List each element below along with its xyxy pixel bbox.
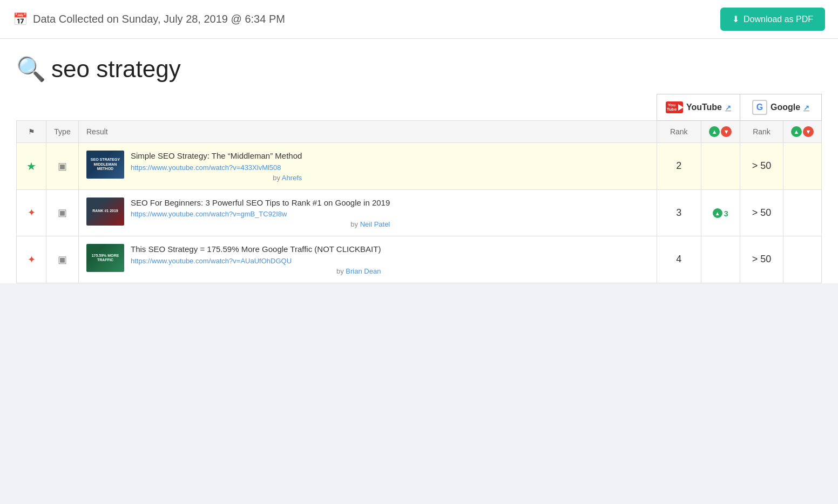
- yt-rank-cell: 3: [657, 189, 701, 236]
- download-pdf-button[interactable]: ⬇ Download as PDF: [720, 8, 825, 31]
- google-platform-header: G Google ↗: [740, 94, 822, 121]
- flag-icon: ⚑: [28, 127, 35, 136]
- result-author: by Neil Patel: [131, 220, 390, 228]
- result-title: Simple SEO Strategy: The “Middleman” Met…: [131, 151, 302, 161]
- author-link[interactable]: Neil Patel: [360, 220, 390, 228]
- result-info: Simple SEO Strategy: The “Middleman” Met…: [131, 151, 302, 182]
- rank-change-badge: ▲ 3: [713, 208, 728, 218]
- table-row: ★ ▣ SEO STRATEGY MIDDLEMAN METHOD Simple…: [17, 143, 822, 190]
- result-author: by Brian Dean: [131, 267, 381, 275]
- col-yt-change: ▲ ▼: [701, 121, 740, 143]
- download-icon: ⬇: [732, 14, 739, 24]
- result-cell: SEO STRATEGY MIDDLEMAN METHOD Simple SEO…: [79, 143, 657, 190]
- flag-cell: ★: [17, 143, 46, 190]
- table-row: ✦ ▣ 175.59% MORE TRAFFIC This SEO Strate…: [17, 236, 822, 283]
- col-g-change: ▲ ▼: [783, 121, 822, 143]
- col-result: Result: [79, 121, 657, 143]
- sort-up-icon-g[interactable]: ▲: [791, 126, 802, 137]
- search-query-heading: 🔍 seo strategy: [16, 55, 822, 83]
- rank-up-icon: ▲: [713, 208, 722, 218]
- result-url-link[interactable]: https://www.youtube.com/watch?v=433XlvMl…: [131, 164, 302, 172]
- empty-type-col: [46, 94, 79, 121]
- results-table: YouTube YouTube ↗ G Google ↗: [16, 94, 822, 283]
- result-title: This SEO Strategy = 175.59% More Google …: [131, 244, 381, 255]
- main-content: 🔍 seo strategy YouTube YouTube ↗: [0, 39, 838, 283]
- youtube-logo-icon: YouTube: [666, 101, 683, 113]
- result-author: by Ahrefs: [131, 174, 302, 182]
- g-rank-cell: > 50: [740, 236, 783, 283]
- result-content: RANK #1 2019 SEO For Beginners: 3 Powerf…: [86, 197, 649, 229]
- table-row: ✦ ▣ RANK #1 2019 SEO For Beginners: 3 Po…: [17, 189, 822, 236]
- sort-up-icon[interactable]: ▲: [709, 126, 720, 137]
- header-bar: 📅 Data Collected on Sunday, July 28, 201…: [0, 0, 838, 39]
- col-flag: ⚑: [17, 121, 46, 143]
- result-cell: RANK #1 2019 SEO For Beginners: 3 Powerf…: [79, 189, 657, 236]
- g-change-cell: [783, 143, 822, 190]
- film-type-icon: ▣: [58, 161, 67, 172]
- star-flag-icon: ★: [26, 160, 36, 172]
- result-content: 175.59% MORE TRAFFIC This SEO Strategy =…: [86, 244, 649, 275]
- flag-cell: ✦: [17, 189, 46, 236]
- result-info: This SEO Strategy = 175.59% More Google …: [131, 244, 381, 275]
- move-flag-icon: ✦: [28, 254, 36, 265]
- col-type: Type: [46, 121, 79, 143]
- author-link[interactable]: Brian Dean: [346, 267, 381, 275]
- film-type-icon: ▣: [58, 254, 67, 265]
- g-change-cell: [783, 236, 822, 283]
- result-title: SEO For Beginners: 3 Powerful SEO Tips t…: [131, 197, 390, 208]
- yt-change-cell: ▲ 3: [701, 189, 740, 236]
- g-rank-cell: > 50: [740, 189, 783, 236]
- move-flag-icon: ✦: [28, 207, 36, 218]
- result-url-link[interactable]: https://www.youtube.com/watch?v=gmB_TC92…: [131, 210, 390, 218]
- youtube-label: YouTube: [686, 103, 722, 112]
- header-date-section: 📅 Data Collected on Sunday, July 28, 201…: [13, 12, 285, 26]
- col-yt-rank: Rank: [657, 121, 701, 143]
- yt-rank-cell: 2: [657, 143, 701, 190]
- search-query-text: seo strategy: [51, 56, 181, 83]
- result-thumbnail: SEO STRATEGY MIDDLEMAN METHOD: [86, 151, 124, 179]
- column-header-row: ⚑ Type Result Rank ▲ ▼ Rank ▲ ▼: [17, 121, 822, 143]
- yt-rank-cell: 4: [657, 236, 701, 283]
- flag-cell: ✦: [17, 236, 46, 283]
- result-cell: 175.59% MORE TRAFFIC This SEO Strategy =…: [79, 236, 657, 283]
- empty-result-col: [79, 94, 657, 121]
- g-change-cell: [783, 189, 822, 236]
- type-cell: ▣: [46, 236, 79, 283]
- empty-flag-col: [17, 94, 46, 121]
- sort-down-icon-g[interactable]: ▼: [803, 126, 814, 137]
- type-cell: ▣: [46, 189, 79, 236]
- g-rank-cell: > 50: [740, 143, 783, 190]
- result-thumbnail: RANK #1 2019: [86, 197, 124, 226]
- col-g-rank: Rank: [740, 121, 783, 143]
- search-icon: 🔍: [16, 55, 46, 83]
- youtube-external-link[interactable]: ↗: [725, 104, 731, 112]
- platform-header-row: YouTube YouTube ↗ G Google ↗: [17, 94, 822, 121]
- youtube-platform-header: YouTube YouTube ↗: [657, 94, 740, 121]
- calendar-icon: 📅: [13, 12, 28, 26]
- film-type-icon: ▣: [58, 207, 67, 218]
- header-date-label: Data Collected on Sunday, July 28, 2019 …: [33, 13, 285, 25]
- author-link[interactable]: Ahrefs: [282, 174, 302, 182]
- result-content: SEO STRATEGY MIDDLEMAN METHOD Simple SEO…: [86, 151, 649, 182]
- yt-change-cell: [701, 143, 740, 190]
- result-info: SEO For Beginners: 3 Powerful SEO Tips t…: [131, 197, 390, 229]
- google-logo-icon: G: [752, 100, 767, 115]
- google-external-link[interactable]: ↗: [803, 104, 809, 112]
- google-label: Google: [771, 103, 800, 112]
- result-thumbnail: 175.59% MORE TRAFFIC: [86, 244, 124, 272]
- type-cell: ▣: [46, 143, 79, 190]
- yt-change-cell: [701, 236, 740, 283]
- sort-down-icon[interactable]: ▼: [721, 126, 732, 137]
- result-url-link[interactable]: https://www.youtube.com/watch?v=AUaUfOhD…: [131, 257, 381, 265]
